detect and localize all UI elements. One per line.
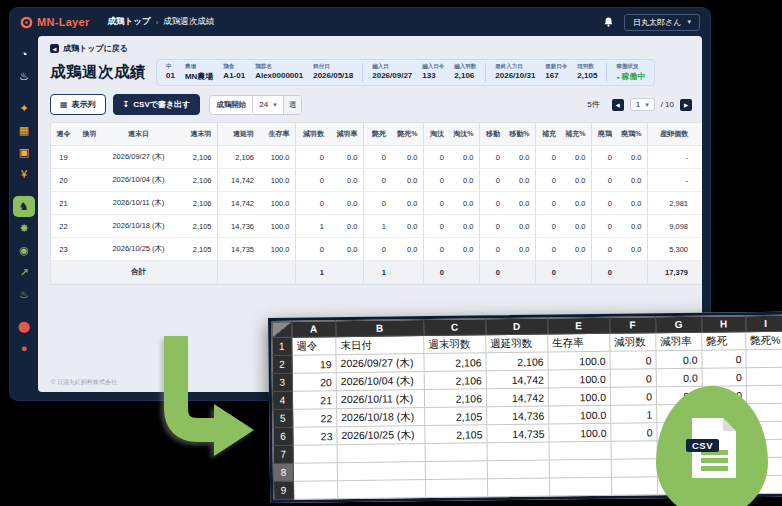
sheet-cell[interactable] (487, 478, 549, 497)
sidebar-item-coins[interactable]: ¥ (13, 164, 35, 185)
table-row[interactable]: 222026/10/18 (木)2,10514,736100.010.010.0… (51, 215, 702, 238)
back-link[interactable]: ◀ 成鶏トップに戻る (50, 43, 702, 54)
sheet-cell[interactable]: 100.0 (549, 423, 611, 442)
sheet-cell[interactable] (337, 444, 425, 463)
sheet-cell[interactable]: 19 (292, 355, 336, 374)
sheet-cell[interactable] (293, 463, 337, 482)
sheet-cell[interactable]: 2,105 (425, 425, 487, 444)
app-logo[interactable]: MN-Layer (20, 16, 90, 29)
next-page-button[interactable]: ▶ (680, 99, 692, 111)
sheet-cell[interactable] (293, 445, 337, 464)
sidebar-item-egg[interactable]: ● (13, 338, 35, 359)
sheet-cell[interactable] (487, 460, 549, 479)
sheet-cell[interactable]: 0.0 (656, 350, 702, 369)
sheet-cell[interactable]: 2026/10/04 (木) (336, 372, 424, 391)
sheet-cell[interactable]: 23 (293, 427, 337, 446)
sheet-cell[interactable] (425, 479, 487, 498)
sheet-cell[interactable] (425, 443, 487, 462)
sheet-cell[interactable]: 100.0 (548, 369, 610, 388)
prev-page-button[interactable]: ◀ (612, 99, 624, 111)
table-row[interactable]: 202026/10/04 (木)2,10614,742100.000.000.0… (51, 169, 702, 192)
sheet-cell[interactable]: 14,742 (486, 370, 548, 389)
select-all-corner[interactable] (272, 321, 292, 337)
sheet-cell[interactable]: 週令 (292, 337, 336, 356)
sheet-cell[interactable] (746, 367, 782, 385)
sidebar-item-eggs[interactable]: ◉ (13, 240, 35, 261)
sheet-column-header[interactable]: I (746, 315, 782, 331)
sheet-cell[interactable]: 減羽率 (656, 332, 702, 351)
start-week-select[interactable]: 24 ▾ (252, 96, 282, 113)
sheet-cell[interactable]: 0 (702, 368, 746, 387)
sheet-cell[interactable]: 14,742 (486, 388, 548, 407)
sheet-column-header[interactable]: C (424, 319, 486, 336)
sheet-cell[interactable]: 0 (610, 351, 656, 370)
sheet-cell[interactable]: 2,105 (425, 407, 487, 426)
sheet-cell[interactable]: 2,106 (486, 352, 548, 371)
sidebar-item-truck[interactable]: ⬤ (13, 316, 35, 337)
sheet-cell[interactable]: 2026/10/11 (木) (336, 390, 424, 409)
sheet-cell[interactable] (746, 349, 782, 367)
sheet-cell[interactable] (337, 480, 425, 499)
sidebar-item-calendar-check[interactable]: ▣ (13, 142, 35, 163)
sheet-column-header[interactable]: B (336, 320, 424, 337)
sheet-cell[interactable]: 0.0 (656, 368, 702, 387)
sheet-cell[interactable]: 22 (293, 409, 337, 428)
sheet-cell[interactable]: 斃死 (702, 332, 746, 351)
sheet-cell[interactable]: 1 (611, 405, 657, 424)
sheet-cell[interactable]: 100.0 (549, 405, 611, 424)
page-select[interactable]: 1 ▾ (630, 98, 655, 111)
sheet-row-number[interactable]: 5 (273, 409, 293, 427)
table-row[interactable]: 232026/10/25 (木)2,10514,735100.000.000.0… (51, 238, 702, 261)
sheet-cell[interactable] (425, 461, 487, 480)
sheet-cell[interactable]: 0 (610, 387, 656, 406)
sheet-cell[interactable]: 20 (292, 373, 336, 392)
sheet-row-number[interactable]: 1 (272, 337, 292, 355)
sheet-cell[interactable] (611, 477, 657, 496)
sheet-column-header[interactable]: G (656, 316, 702, 333)
sheet-cell[interactable] (487, 442, 549, 461)
table-row[interactable]: 192026/09/27 (木)2,1062,106100.000.000.00… (51, 146, 702, 169)
sheet-cell[interactable] (611, 441, 657, 460)
sheet-cell[interactable]: 2026/09/27 (木) (336, 354, 424, 373)
sheet-cell[interactable]: 100.0 (548, 351, 610, 370)
sheet-cell[interactable] (293, 481, 337, 500)
sheet-cell[interactable]: 2026/10/18 (木) (337, 408, 425, 427)
sheet-row-number[interactable]: 3 (272, 373, 292, 391)
sheet-cell[interactable]: 2026/10/25 (木) (337, 426, 425, 445)
sidebar-item-chart[interactable]: ↗ (13, 262, 35, 283)
sheet-cell[interactable]: 21 (292, 391, 336, 410)
user-menu[interactable]: 日丸太郎さん ▾ (624, 14, 700, 31)
sheet-cell[interactable]: 末日付 (336, 336, 424, 355)
sheet-cell[interactable]: 週末羽数 (424, 335, 486, 354)
csv-export-button[interactable]: ↧ CSVで書き出す (113, 94, 201, 115)
bell-icon[interactable] (603, 16, 614, 28)
sheet-cell[interactable]: 週延羽数 (486, 334, 548, 353)
sheet-cell[interactable]: 斃死% (746, 331, 782, 349)
sheet-column-header[interactable]: E (548, 317, 610, 334)
sheet-row-number[interactable]: 2 (272, 355, 292, 373)
sheet-cell[interactable] (549, 477, 611, 496)
sheet-cell[interactable]: 2,106 (424, 389, 486, 408)
sheet-cell[interactable]: 0 (611, 423, 657, 442)
sheet-row-number[interactable]: 7 (273, 445, 293, 463)
sidebar-item-thermometer[interactable]: ♨ (13, 66, 35, 87)
sheet-row-number[interactable]: 6 (273, 427, 293, 445)
sheet-column-header[interactable]: D (486, 318, 548, 335)
sheet-row-number[interactable]: 4 (272, 391, 292, 409)
sheet-row-number[interactable]: 9 (273, 481, 293, 499)
sheet-cell[interactable] (549, 459, 611, 478)
sheet-cell[interactable]: 減羽数 (610, 333, 656, 352)
table-row[interactable]: 212026/10/11 (木)2,10614,742100.000.000.0… (51, 192, 702, 215)
sheet-cell[interactable]: 0 (702, 350, 746, 369)
sheet-cell[interactable]: 14,736 (487, 406, 549, 425)
sheet-column-header[interactable]: F (610, 317, 656, 334)
sheet-column-header[interactable]: A (292, 321, 336, 338)
sheet-cell[interactable]: 0 (610, 369, 656, 388)
sheet-column-header[interactable]: H (702, 316, 746, 333)
breadcrumb-root[interactable]: 成鶏トップ (108, 16, 151, 28)
sheet-cell[interactable]: 2,106 (424, 371, 486, 390)
sheet-row-number[interactable]: 8 (273, 463, 293, 481)
sheet-cell[interactable] (549, 441, 611, 460)
columns-button[interactable]: ▦ 表示列 (50, 94, 106, 115)
sidebar-item-feather[interactable]: ✸ (13, 218, 35, 239)
